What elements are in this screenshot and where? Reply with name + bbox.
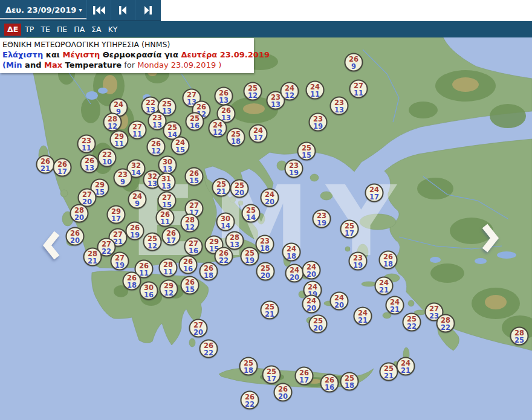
min-temp: 12 bbox=[164, 289, 174, 296]
max-temp: 25 bbox=[407, 315, 417, 322]
min-temp: 20 bbox=[193, 328, 203, 335]
max-temp: 27 bbox=[115, 254, 125, 261]
max-temp: 29 bbox=[209, 237, 219, 245]
min-temp: 22 bbox=[219, 256, 229, 263]
station-marker: 2319 bbox=[285, 160, 303, 178]
station-marker: 2512 bbox=[143, 233, 162, 251]
tab-ΤΡ[interactable]: ΤΡ bbox=[22, 24, 37, 36]
max-temp: 24 bbox=[310, 83, 320, 90]
min-temp: 22 bbox=[407, 322, 417, 329]
station-marker: 2421 bbox=[397, 357, 415, 376]
pan-left-button[interactable] bbox=[42, 230, 60, 263]
min-temp: 19 bbox=[289, 169, 299, 176]
min-temp: 17 bbox=[267, 375, 276, 382]
legend-line-greek: Ελάχιστη και Μέγιστη Θερμοκρασία για Δευ… bbox=[2, 50, 250, 60]
min-temp: 12 bbox=[108, 122, 117, 129]
min-temp: 13 bbox=[219, 96, 229, 103]
min-temp: 9 bbox=[120, 178, 125, 185]
min-temp: 18 bbox=[231, 137, 241, 144]
date-dropdown[interactable]: Δευ. 23/09/2019 ▾ bbox=[0, 0, 86, 20]
station-marker: 2620 bbox=[274, 383, 293, 402]
min-temp: 15 bbox=[175, 146, 185, 153]
station-marker: 2911 bbox=[110, 131, 129, 149]
max-temp: 25 bbox=[244, 359, 253, 366]
max-temp: 25 bbox=[267, 367, 276, 375]
max-temp: 24 bbox=[290, 266, 299, 273]
min-temp: 13 bbox=[271, 100, 281, 108]
station-marker: 2412 bbox=[281, 82, 299, 101]
skip-to-first-icon bbox=[92, 6, 106, 15]
max-temp: 25 bbox=[231, 130, 241, 137]
min-temp: 20 bbox=[82, 198, 92, 205]
legend-segment: και bbox=[43, 50, 62, 59]
station-marker: 2611 bbox=[156, 208, 175, 227]
min-temp: 18 bbox=[345, 381, 354, 389]
max-temp: 24 bbox=[287, 245, 296, 252]
station-marker: 2417 bbox=[365, 184, 384, 202]
max-temp: 26 bbox=[299, 369, 309, 376]
tab-ΣΑ[interactable]: ΣΑ bbox=[88, 24, 104, 36]
max-temp: 25 bbox=[245, 249, 255, 256]
pan-right-button[interactable] bbox=[481, 222, 499, 256]
station-marker: 2620 bbox=[66, 227, 85, 246]
tab-ΚΥ[interactable]: ΚΥ bbox=[105, 24, 121, 36]
min-temp: 21 bbox=[41, 164, 50, 172]
max-temp: 26 bbox=[383, 253, 393, 260]
max-temp: 26 bbox=[221, 106, 231, 114]
skip-first-button[interactable] bbox=[86, 0, 111, 20]
min-temp: 15 bbox=[95, 188, 105, 195]
station-marker: 3113 bbox=[157, 173, 176, 192]
max-temp: 24 bbox=[334, 294, 344, 301]
max-temp: 27 bbox=[189, 201, 199, 208]
min-temp: 18 bbox=[383, 260, 393, 267]
min-temp: 14 bbox=[221, 222, 230, 229]
max-temp: 24 bbox=[401, 359, 410, 366]
map-area: ΕΜΥ 249221325132812231327112514231129112… bbox=[0, 37, 532, 420]
max-temp: 29 bbox=[95, 181, 105, 188]
station-marker: 2210 bbox=[98, 149, 117, 167]
station-marker: 2711 bbox=[349, 80, 368, 99]
hnms-weather-app: Δευ. 23/09/2019 ▾ bbox=[0, 0, 532, 420]
tab-ΔΕ[interactable]: ΔΕ bbox=[4, 24, 21, 36]
station-marker: 2621 bbox=[36, 155, 55, 174]
station-marker: 2825 bbox=[510, 327, 529, 346]
station-marker: 249 bbox=[128, 190, 147, 209]
min-temp: 21 bbox=[384, 372, 394, 379]
min-temp: 18 bbox=[127, 281, 137, 288]
station-marker: 2517 bbox=[262, 366, 281, 384]
min-temp: 20 bbox=[74, 213, 84, 221]
max-temp: 23 bbox=[82, 137, 91, 144]
max-temp: 30 bbox=[163, 158, 172, 165]
min-temp: 13 bbox=[148, 179, 157, 187]
step-back-button[interactable] bbox=[111, 0, 135, 20]
max-temp: 25 bbox=[313, 317, 323, 324]
min-temp: 20 bbox=[265, 198, 274, 205]
max-temp: 23 bbox=[260, 237, 270, 244]
station-marker: 2421 bbox=[386, 296, 404, 315]
min-temp: 17 bbox=[57, 167, 67, 175]
min-temp: 22 bbox=[245, 400, 255, 407]
max-temp: 24 bbox=[175, 138, 185, 146]
station-marker: 2711 bbox=[128, 121, 147, 140]
station-marker: 2619 bbox=[126, 222, 144, 241]
max-temp: 26 bbox=[245, 393, 255, 400]
min-temp: 11 bbox=[114, 140, 124, 147]
tab-ΤΕ[interactable]: ΤΕ bbox=[37, 24, 53, 36]
step-forward-button[interactable] bbox=[135, 0, 159, 20]
max-temp: 26 bbox=[204, 341, 213, 349]
min-temp: 22 bbox=[441, 323, 450, 331]
chevron-down-icon: ▾ bbox=[79, 7, 82, 13]
tab-ΠΑ[interactable]: ΠΑ bbox=[71, 24, 88, 36]
tab-ΠΕ[interactable]: ΠΕ bbox=[54, 24, 70, 36]
legend-segment: Ελάχιστη bbox=[2, 50, 43, 59]
min-temp: 21 bbox=[390, 305, 400, 312]
min-temp: 20 bbox=[278, 392, 288, 399]
station-marker: 2715 bbox=[158, 192, 177, 210]
station-marker: 2319 bbox=[349, 252, 368, 271]
step-forward-icon bbox=[143, 6, 152, 15]
max-temp: 25 bbox=[162, 100, 172, 107]
min-temp: 12 bbox=[213, 128, 222, 135]
min-temp: 19 bbox=[313, 122, 323, 129]
station-marker: 2612 bbox=[147, 138, 166, 157]
station-marker: 2917 bbox=[107, 205, 126, 224]
